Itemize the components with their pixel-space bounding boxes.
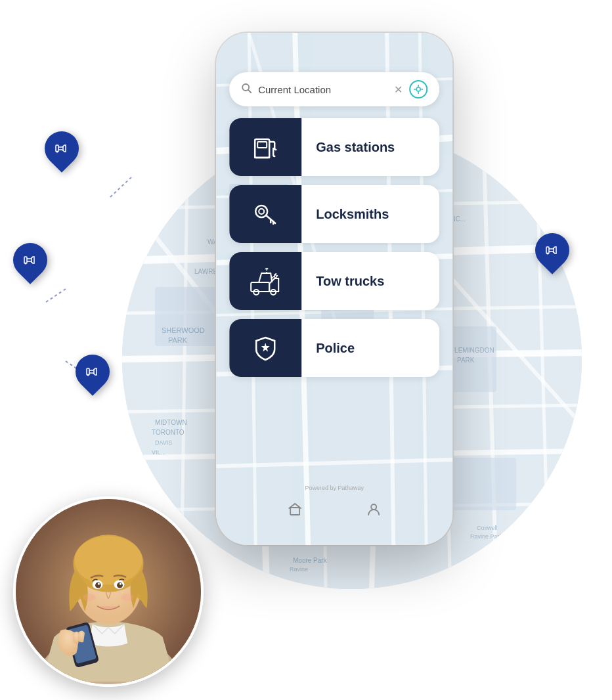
map-pin-2 xyxy=(13,243,47,277)
svg-rect-74 xyxy=(257,142,267,148)
gas-stations-icon-bg xyxy=(229,118,301,176)
svg-text:Ravine: Ravine xyxy=(290,566,308,573)
svg-text:PARK: PARK xyxy=(168,336,188,344)
svg-point-95 xyxy=(95,582,101,588)
gas-pump-icon xyxy=(248,130,282,164)
svg-text:SHERWOOD: SHERWOOD xyxy=(162,326,205,334)
tow-trucks-item[interactable]: Tow trucks xyxy=(229,252,439,310)
search-value: Current Location xyxy=(258,84,387,95)
svg-text:MIDTOWN: MIDTOWN xyxy=(155,419,187,426)
svg-rect-20 xyxy=(450,458,516,510)
search-bar[interactable]: Current Location ✕ xyxy=(229,72,439,106)
shield-star-icon xyxy=(248,331,282,365)
service-menu-list: Gas stations Locksmiths xyxy=(229,118,439,485)
svg-text:Moore Park: Moore Park xyxy=(293,557,328,564)
svg-point-42 xyxy=(87,374,89,376)
svg-point-92 xyxy=(74,536,142,584)
locksmiths-label: Locksmiths xyxy=(301,185,439,243)
svg-point-99 xyxy=(83,594,95,602)
svg-point-40 xyxy=(25,263,27,265)
svg-text:Coxwell: Coxwell xyxy=(477,525,498,531)
profile-icon[interactable] xyxy=(366,502,381,519)
tow-truck-icon xyxy=(247,264,284,298)
person-illustration xyxy=(16,499,201,684)
svg-point-97 xyxy=(98,583,100,585)
svg-point-86 xyxy=(371,504,376,510)
police-icon-bg xyxy=(229,319,301,377)
phone-frame: Blythwood Rd Eglinton Ave E Bayview Ave … xyxy=(216,33,452,545)
svg-point-38 xyxy=(56,151,58,153)
tow-trucks-label: Tow trucks xyxy=(301,252,439,310)
police-label: Police xyxy=(301,319,439,377)
svg-text:FLEMINGDON: FLEMINGDON xyxy=(450,347,494,354)
svg-point-44 xyxy=(547,253,549,255)
key-icon xyxy=(248,197,282,231)
svg-text:PARK: PARK xyxy=(457,357,475,364)
map-pin-1 xyxy=(45,131,79,165)
gas-stations-item[interactable]: Gas stations xyxy=(229,118,439,176)
phone-bottom-nav xyxy=(229,494,439,532)
svg-line-46 xyxy=(46,289,66,302)
svg-text:DAVIS: DAVIS xyxy=(155,439,172,446)
map-pin-4 xyxy=(535,233,569,267)
locksmiths-item[interactable]: Locksmiths xyxy=(229,185,439,243)
gas-stations-label: Gas stations xyxy=(301,118,439,176)
svg-text:TORONTO: TORONTO xyxy=(152,429,185,436)
svg-text:VIL...: VIL... xyxy=(152,449,165,456)
home-icon[interactable] xyxy=(288,502,302,519)
svg-line-67 xyxy=(248,90,251,93)
map-pin-3 xyxy=(76,355,110,389)
svg-point-96 xyxy=(117,582,123,588)
svg-text:Ravine Park: Ravine Park xyxy=(470,533,503,540)
locksmiths-icon-bg xyxy=(229,185,301,243)
svg-point-77 xyxy=(259,209,264,214)
person-photo-circle xyxy=(13,496,204,687)
powered-by-text: Powered by Pathaway xyxy=(229,485,439,491)
police-item[interactable]: Police xyxy=(229,319,439,377)
svg-marker-84 xyxy=(261,343,270,352)
svg-point-68 xyxy=(416,87,420,91)
tow-trucks-icon-bg xyxy=(229,252,301,310)
location-target-button[interactable] xyxy=(409,80,427,98)
svg-point-98 xyxy=(120,583,121,585)
svg-rect-85 xyxy=(290,508,299,515)
search-clear-button[interactable]: ✕ xyxy=(394,83,403,96)
svg-point-100 xyxy=(121,594,133,602)
search-icon xyxy=(241,83,251,96)
